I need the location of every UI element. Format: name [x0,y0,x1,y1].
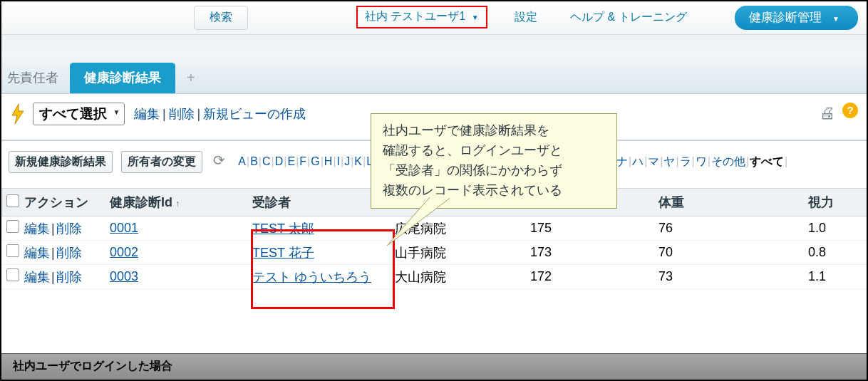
alpha-M[interactable]: M [377,155,386,167]
alpha-all[interactable]: すべて [750,155,784,167]
table-row: 編集|削除0003テスト ゆういちろう大山病院172731.1 [1,265,867,289]
col-id[interactable]: 健康診断Id↑ [110,194,252,211]
alpha-H[interactable]: H [324,155,333,167]
alpha-E[interactable]: E [287,155,295,167]
row-hospital: 広尾病院 [395,220,530,237]
refresh-icon[interactable]: ⟳ [213,152,225,168]
alpha-W[interactable]: W [502,155,513,167]
add-tab-button[interactable]: + [175,64,202,93]
alpha-X[interactable]: X [518,155,526,167]
table-row: 編集|削除0002TEST 花子山手病院173700.8 [1,241,867,265]
view-edit-link[interactable]: 編集 [134,107,160,121]
checkbox-all[interactable] [6,194,19,207]
row-height: 175 [530,221,658,236]
alpha-ア[interactable]: ア [553,155,564,167]
alpha-サ[interactable]: サ [585,155,596,167]
row-checkbox[interactable] [6,244,19,257]
row-patient-link[interactable]: テスト ゆういちろう [252,268,395,286]
view-select[interactable]: すべて選択 [33,103,125,125]
app-pill-label: 健康診断管理 [749,11,822,24]
col-action[interactable]: アクション [24,194,110,211]
col-patient[interactable]: 受診者 [252,194,395,211]
row-patient-link[interactable]: TEST 花子 [252,244,395,261]
print-icon[interactable]: 🖨 [820,104,835,122]
row-vision: 1.0 [808,221,851,236]
alpha-V[interactable]: V [491,155,499,167]
alpha-ラ[interactable]: ラ [680,155,691,167]
alpha-D[interactable]: D [275,155,284,167]
alpha-マ[interactable]: マ [648,155,659,167]
new-record-button[interactable]: 新規健康診断結果 [9,151,113,173]
alpha-L[interactable]: L [366,155,373,167]
col-vision[interactable]: 視力 [808,194,851,211]
row-id-link[interactable]: 0001 [110,221,252,236]
table-header: アクション 健康診断Id↑ 受診者 病院名 身長 体重 視力 [1,189,867,216]
alpha-Y[interactable]: Y [530,155,538,167]
alpha-タ[interactable]: タ [601,155,612,167]
tab-prev-owner[interactable]: 先責任者 [3,63,70,93]
bolt-icon [10,103,26,125]
row-patient-link[interactable]: TEST 太郎 [252,220,395,237]
chevron-down-icon: ▼ [472,14,479,21]
alpha-O[interactable]: O [403,155,412,167]
row-checkbox[interactable] [6,268,19,281]
row-height: 172 [530,269,658,284]
view-actions: 編集|削除|新規ビューの作成 [134,105,306,122]
alpha-ヤ[interactable]: ヤ [663,155,675,167]
tab-health-results[interactable]: 健康診断結果 [70,63,175,93]
alpha-カ[interactable]: カ [569,155,581,167]
row-hospital: 山手病院 [395,244,530,261]
user-menu[interactable]: 社内 テストユーザ1 ▼ [356,6,487,28]
settings-link[interactable]: 設定 [515,10,537,25]
view-delete-link[interactable]: 削除 [169,107,195,121]
col-weight[interactable]: 体重 [658,194,808,211]
alpha-G[interactable]: G [311,155,319,167]
alpha-S[interactable]: S [455,155,463,167]
alpha-ワ[interactable]: ワ [696,155,707,167]
alpha-K[interactable]: K [354,155,362,167]
row-delete-link[interactable]: 削除 [56,270,82,284]
alpha-C[interactable]: C [262,155,271,167]
alpha-ハ[interactable]: ハ [632,155,644,167]
col-hospital[interactable]: 病院名 [395,194,530,211]
alpha-T[interactable]: T [467,155,474,167]
col-height[interactable]: 身長 [530,194,658,211]
alpha-Q[interactable]: Q [429,155,438,167]
alpha-B[interactable]: B [250,155,258,167]
row-height: 173 [530,245,658,260]
alpha-other[interactable]: その他 [711,155,745,167]
row-edit-link[interactable]: 編集 [24,270,50,284]
row-edit-link[interactable]: 編集 [24,246,50,260]
app-pill[interactable]: 健康診断管理 ▼ [735,6,858,30]
alpha-Z[interactable]: Z [542,155,549,167]
alpha-F[interactable]: F [299,155,306,167]
alpha-R[interactable]: R [442,155,450,167]
figure-caption: 社内ユーザでログインした場合 [1,353,867,380]
alpha-I[interactable]: I [337,155,340,167]
user-name: 社内 テストユーザ1 [365,10,465,22]
row-edit-link[interactable]: 編集 [24,221,50,236]
help-icon[interactable]: ? [842,103,858,118]
alpha-J[interactable]: J [344,155,350,167]
table-row: 編集|削除0001TEST 太郎広尾病院175761.0 [1,216,867,241]
alpha-N[interactable]: N [391,155,400,167]
view-create-link[interactable]: 新規ビューの作成 [203,107,306,121]
search-button[interactable]: 検索 [194,6,248,30]
row-weight: 73 [658,269,808,284]
figure-caption-text: 社内ユーザでログインした場合 [1,354,867,374]
alpha-ナ[interactable]: ナ [616,155,628,167]
row-id-link[interactable]: 0003 [110,269,252,284]
alpha-P[interactable]: P [417,155,425,167]
row-delete-link[interactable]: 削除 [56,246,82,260]
change-owner-button[interactable]: 所有者の変更 [121,151,202,173]
alpha-A[interactable]: A [238,155,246,167]
row-checkbox[interactable] [6,220,19,233]
help-link[interactable]: ヘルプ & トレーニング [570,10,687,25]
row-hospital: 大山病院 [395,268,530,286]
sort-asc-icon: ↑ [175,199,180,209]
alpha-index: A|B|C|D|E|F|G|H|I|J|K|L|M|N|O|P|Q|R|S|T|… [238,155,788,169]
row-vision: 1.1 [808,269,851,284]
row-delete-link[interactable]: 削除 [56,221,82,236]
alpha-U[interactable]: U [478,155,487,167]
row-id-link[interactable]: 0002 [110,245,252,260]
